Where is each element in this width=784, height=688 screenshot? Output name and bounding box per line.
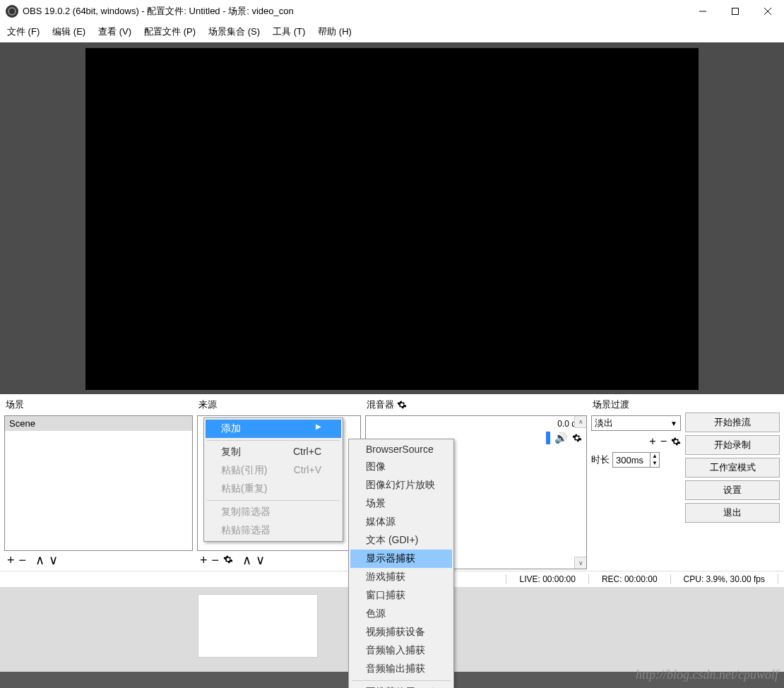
scene-item[interactable]: Scene <box>5 416 192 431</box>
add-video-capture-device[interactable]: 视频捕获设备 <box>350 623 452 641</box>
scroll-up-button[interactable]: ∧ <box>574 416 586 428</box>
mixer-settings-icon[interactable] <box>397 400 407 410</box>
menu-tools[interactable]: 工具 (T) <box>273 25 305 38</box>
scenes-title: 场景 <box>4 397 193 415</box>
cm-copy[interactable]: 复制Ctrl+C <box>206 443 341 461</box>
sources-list[interactable]: 添加▶ 复制Ctrl+C 粘贴(引用)Ctrl+V 粘贴(重复) 复制筛选器 <box>197 415 361 551</box>
sources-move-down-button[interactable]: ∨ <box>256 554 265 567</box>
add-slideshow-source[interactable]: 图像幻灯片放映 <box>350 476 452 494</box>
menu-file[interactable]: 文件 (F) <box>7 25 40 38</box>
mixer-volume-slider[interactable] <box>546 432 550 444</box>
sources-dock: 来源 添加▶ 复制Ctrl+C 粘贴(引用)Ctrl+V 粘贴(重复) <box>197 397 361 569</box>
scroll-down-button[interactable]: ∨ <box>574 557 586 569</box>
controls-dock: 开始推流 开始录制 工作室模式 设置 退出 <box>685 397 780 569</box>
exit-button[interactable]: 退出 <box>685 503 780 523</box>
menubar: 文件 (F) 编辑 (E) 查看 (V) 配置文件 (P) 场景集合 (S) 工… <box>0 23 784 42</box>
preview-canvas[interactable] <box>85 48 699 390</box>
mixer-channel-settings-icon[interactable] <box>572 433 582 443</box>
scenes-add-button[interactable]: + <box>7 554 15 567</box>
status-rec: REC: 00:00:00 <box>602 574 658 584</box>
menu-help[interactable]: 帮助 (H) <box>318 25 352 38</box>
background-panel <box>198 594 318 658</box>
minimize-button[interactable] <box>687 0 719 23</box>
sources-properties-button[interactable] <box>223 554 233 567</box>
sources-title: 来源 <box>197 397 361 415</box>
transition-duration-label: 时长 <box>591 453 610 466</box>
cm-separator <box>207 500 340 501</box>
sources-toolbar: + − ∧ ∨ <box>197 551 361 569</box>
scenes-remove-button[interactable]: − <box>19 554 27 567</box>
menu-view[interactable]: 查看 (V) <box>98 25 131 38</box>
cm-separator <box>207 440 340 441</box>
transition-remove-button[interactable]: − <box>660 435 667 448</box>
spin-up-icon[interactable]: ▲ <box>651 453 659 460</box>
add-browser-source[interactable]: BrowserSource <box>350 441 452 458</box>
menu-scene-collection[interactable]: 场景集合 (S) <box>208 25 260 38</box>
window-title: OBS 19.0.2 (64bit, windows) - 配置文件: Unti… <box>23 5 687 18</box>
chevron-down-icon: ▼ <box>670 420 677 427</box>
scenes-move-down-button[interactable]: ∨ <box>49 554 58 567</box>
watermark-text: http://blog.csdn.net/cpuwolf <box>636 668 778 682</box>
studio-mode-button[interactable]: 工作室模式 <box>685 458 780 478</box>
cm-paste-ref: 粘贴(引用)Ctrl+V <box>206 461 341 480</box>
add-source-submenu[interactable]: BrowserSource 图像 图像幻灯片放映 场景 媒体源 文本 (GDI+… <box>348 439 454 688</box>
sources-add-button[interactable]: + <box>200 554 208 567</box>
transition-duration-spinbox[interactable]: ▲▼ <box>612 452 660 468</box>
add-color-source[interactable]: 色源 <box>350 605 452 623</box>
scenes-dock: 场景 Scene + − ∧ ∨ <box>4 397 193 569</box>
add-media-source[interactable]: 媒体源 <box>350 513 452 531</box>
status-live: LIVE: 00:00:00 <box>519 574 575 584</box>
sources-move-up-button[interactable]: ∧ <box>242 554 251 567</box>
close-button[interactable] <box>752 0 784 23</box>
settings-button[interactable]: 设置 <box>685 480 780 500</box>
sources-remove-button[interactable]: − <box>212 554 220 567</box>
submenu-arrow-icon: ▶ <box>316 422 321 435</box>
svg-rect-1 <box>732 8 739 15</box>
add-deprecated-submenu[interactable]: 不推荐使用▶ <box>350 683 452 688</box>
transitions-dock: 场景过渡 淡出▼ + − 时长 ▲▼ <box>591 397 681 569</box>
scenes-toolbar: + − ∧ ∨ <box>4 551 193 569</box>
scenes-list[interactable]: Scene <box>4 415 193 551</box>
add-display-capture[interactable]: 显示器捕获 <box>350 550 452 568</box>
add-game-capture[interactable]: 游戏捕获 <box>350 568 452 586</box>
transition-settings-icon[interactable] <box>671 437 681 446</box>
cm-add[interactable]: 添加▶ <box>206 420 341 438</box>
add-audio-output-capture[interactable]: 音频输出捕获 <box>350 660 452 678</box>
obs-logo-icon <box>6 5 18 18</box>
menu-profile[interactable]: 配置文件 (P) <box>144 25 196 38</box>
start-streaming-button[interactable]: 开始推流 <box>685 413 780 432</box>
add-scene-source[interactable]: 场景 <box>350 494 452 513</box>
speaker-icon[interactable]: 🔊 <box>554 432 568 444</box>
cm-copy-filters: 复制筛选器 <box>206 503 341 521</box>
mixer-title: 混音器 <box>365 397 587 415</box>
spin-down-icon[interactable]: ▼ <box>651 460 659 467</box>
transition-duration-input[interactable] <box>613 455 650 465</box>
sources-context-menu[interactable]: 添加▶ 复制Ctrl+C 粘贴(引用)Ctrl+V 粘贴(重复) 复制筛选器 <box>203 417 343 542</box>
start-recording-button[interactable]: 开始录制 <box>685 435 780 455</box>
add-audio-input-capture[interactable]: 音频输入捕获 <box>350 641 452 660</box>
transitions-title: 场景过渡 <box>591 397 681 415</box>
cm-paste-filters: 粘贴筛选器 <box>206 521 341 540</box>
menu-edit[interactable]: 编辑 (E) <box>52 25 85 38</box>
add-text-source[interactable]: 文本 (GDI+) <box>350 531 452 550</box>
cm-paste-dup: 粘贴(重复) <box>206 480 341 498</box>
add-image-source[interactable]: 图像 <box>350 458 452 476</box>
add-window-capture[interactable]: 窗口捕获 <box>350 586 452 605</box>
preview-area[interactable] <box>0 42 784 394</box>
transition-select[interactable]: 淡出▼ <box>591 415 681 431</box>
status-cpu: CPU: 3.9%, 30.00 fps <box>684 574 765 584</box>
transition-add-button[interactable]: + <box>649 435 655 448</box>
scenes-move-up-button[interactable]: ∧ <box>35 554 44 567</box>
titlebar: OBS 19.0.2 (64bit, windows) - 配置文件: Unti… <box>0 0 784 23</box>
maximize-button[interactable] <box>719 0 752 23</box>
cm-separator <box>352 680 451 681</box>
